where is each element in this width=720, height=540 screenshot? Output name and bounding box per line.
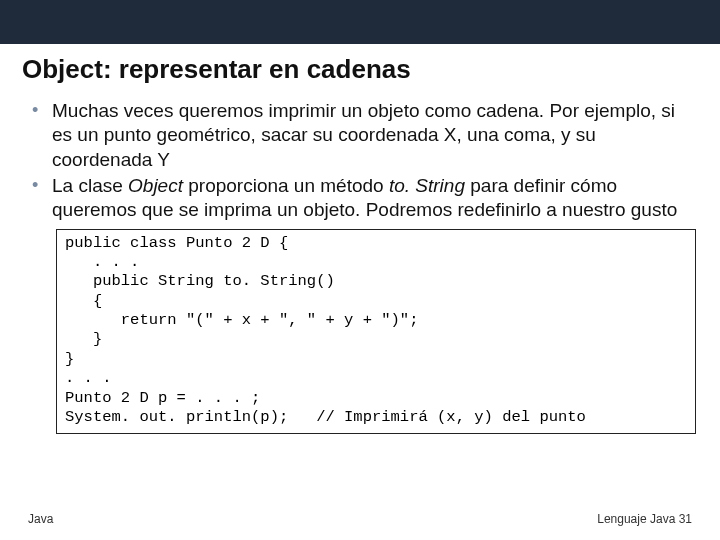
slide-title: Object: representar en cadenas [0, 44, 720, 99]
code-block: public class Punto 2 D { . . . public St… [56, 229, 696, 435]
bullet-text-part: La clase [52, 175, 128, 196]
footer: Java Lenguaje Java 31 [0, 512, 720, 526]
bullet-item: La clase Object proporciona un método to… [28, 174, 692, 223]
bullet-item: Muchas veces queremos imprimir un objeto… [28, 99, 692, 172]
footer-right: Lenguaje Java 31 [597, 512, 692, 526]
bullet-text-part: proporciona un método [183, 175, 389, 196]
top-bar [0, 0, 720, 44]
emphasis-tostring: to. String [389, 175, 465, 196]
footer-left: Java [28, 512, 53, 526]
bullet-list: Muchas veces queremos imprimir un objeto… [28, 99, 692, 223]
emphasis-object: Object [128, 175, 183, 196]
slide-content: Muchas veces queremos imprimir un objeto… [0, 99, 720, 434]
bullet-text: Muchas veces queremos imprimir un objeto… [52, 100, 675, 170]
